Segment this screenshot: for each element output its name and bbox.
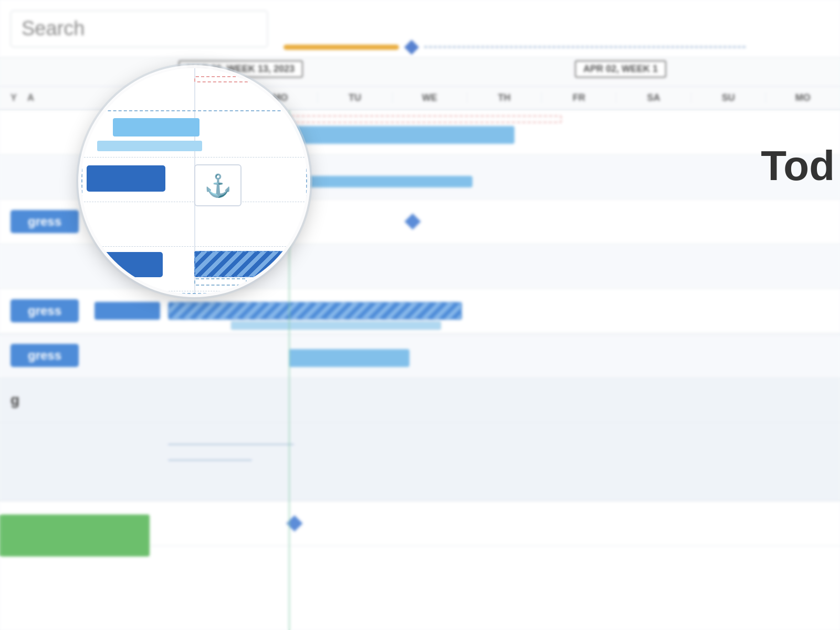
gantt-bar-lightblue-3 [289, 176, 472, 187]
anchor-button[interactable]: ⚓ [194, 164, 242, 206]
group-label: g [10, 392, 19, 408]
col-header-y: Y [10, 92, 17, 103]
gantt-bar-green [0, 514, 150, 556]
day-we: WE [392, 92, 467, 103]
day-su2: SU [691, 92, 765, 103]
progress-badge-2: gress [10, 299, 79, 322]
gantt-bar-lightblue-sub [231, 321, 441, 330]
search-input[interactable]: Search [10, 10, 268, 47]
day-fr: FR [541, 92, 616, 103]
day-th: TH [467, 92, 541, 103]
header-bar: Search [0, 0, 840, 58]
task-label-6: gress [0, 333, 168, 377]
mag-bar-blue-light-2 [97, 141, 202, 151]
day-tu: TU [317, 92, 392, 103]
gantt-bar-lightblue-1 [289, 126, 514, 144]
progress-badge-1: gress [10, 210, 79, 233]
mag-bar-striped [194, 251, 307, 277]
day-sa: SA [616, 92, 690, 103]
timeline-dashed-line [424, 46, 746, 48]
diamond-marker-1 [404, 213, 421, 229]
gantt-row-9 [0, 501, 840, 546]
mag-bar-blue-solid-2 [87, 252, 163, 277]
gantt-row-6: gress [0, 333, 840, 378]
day-mo2: MO [765, 92, 840, 103]
gantt-bar-blue-2 [94, 302, 160, 320]
tod-text: Tod [752, 142, 840, 190]
mag-bar-blue-light-1 [113, 118, 200, 136]
timeline-orange-bar [284, 45, 399, 50]
mag-bar-blue-solid-1 [87, 165, 165, 192]
timeline-blue-diamond [404, 39, 419, 54]
gantt-row-7: g [0, 378, 840, 423]
week-label-right: APR 02, WEEK 1 [575, 60, 666, 78]
mag-bar-pink-dashed [194, 76, 307, 82]
col-header-a: A [27, 92, 34, 103]
mag-bar-dashed-sub [194, 278, 247, 286]
gantt-bar-striped [168, 302, 462, 320]
gantt-row-5: gress ▼ [0, 289, 840, 333]
gantt-row-8: ▼ [0, 423, 840, 501]
task-label-7: g [0, 378, 168, 422]
gantt-bar-lightblue-4 [289, 349, 410, 367]
magnifier-circle: ⚓ [81, 68, 307, 294]
magnifier-content: ⚓ [81, 68, 307, 294]
anchor-icon: ⚓ [204, 173, 232, 198]
progress-badge-3: gress [10, 344, 79, 367]
